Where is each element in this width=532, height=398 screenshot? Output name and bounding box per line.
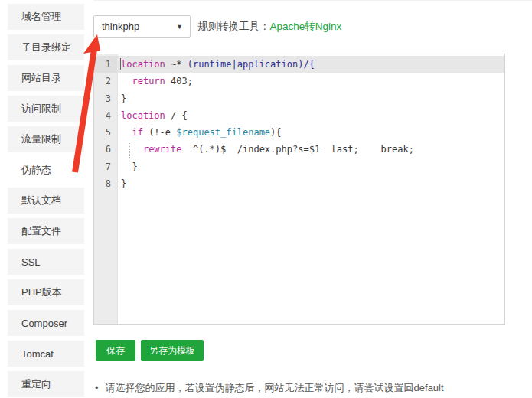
code-line[interactable]: 3} <box>94 90 504 107</box>
bullet-icon: • <box>95 381 99 394</box>
rule-convert-label: 规则转换工具： <box>197 20 270 34</box>
app-select-value: thinkphp <box>94 21 176 32</box>
sidebar-item-composer[interactable]: Composer <box>8 310 84 336</box>
sidebar-item-site-directory[interactable]: 网站目录 <box>8 65 84 91</box>
chevron-down-icon: ▼ <box>176 23 190 31</box>
sidebar-item-redirect[interactable]: 重定向 <box>8 371 84 397</box>
line-number: 6 <box>94 141 117 158</box>
line-code: return 403; <box>117 73 504 90</box>
content-top-divider <box>93 0 532 1</box>
line-code: rewrite ^(.*)$ /index.php?s=$1 last; bre… <box>117 141 504 158</box>
sidebar-item-subdir-bind[interactable]: 子目录绑定 <box>8 34 84 60</box>
sidebar-item-url-rewrite[interactable]: 伪静态 <box>8 157 84 183</box>
rule-convert-tool: 规则转换工具： Apache转Nginx <box>197 15 341 38</box>
code-lines: 1location ~* (runtime|application)/{2 re… <box>94 56 504 192</box>
line-code: } <box>117 175 504 192</box>
app-select[interactable]: thinkphp ▼ <box>93 15 191 38</box>
help-note-text: 请选择您的应用，若设置伪静态后，网站无法正常访问，请尝试设置回default <box>106 381 444 394</box>
line-code: } <box>117 158 504 175</box>
line-number: 3 <box>94 90 117 107</box>
code-line[interactable]: 1location ~* (runtime|application)/{ <box>94 56 504 73</box>
line-number: 5 <box>94 124 117 141</box>
sidebar-item-traffic-limit[interactable]: 流量限制 <box>8 126 84 152</box>
line-code: } <box>117 90 504 107</box>
code-line[interactable]: 5 if (!-e $request_filename){ <box>94 124 504 141</box>
line-number: 4 <box>94 107 117 124</box>
line-number: 1 <box>94 56 117 73</box>
rewrite-rule-code-editor[interactable]: 1location ~* (runtime|application)/{2 re… <box>93 54 505 325</box>
line-code: if (!-e $request_filename){ <box>117 124 504 141</box>
sidebar-item-access-limit[interactable]: 访问限制 <box>8 96 84 122</box>
sidebar-item-php-version[interactable]: PHP版本 <box>8 279 84 305</box>
save-button[interactable]: 保存 <box>96 340 135 361</box>
text-cursor <box>120 58 121 70</box>
code-line[interactable]: 2 return 403; <box>94 73 504 90</box>
sidebar-item-default-doc[interactable]: 默认文档 <box>8 188 84 214</box>
sidebar-item-tomcat[interactable]: Tomcat <box>8 341 84 367</box>
settings-sidebar: 域名管理子目录绑定网站目录访问限制流量限制伪静态默认文档配置文件SSLPHP版本… <box>8 4 84 398</box>
code-line[interactable]: 7 } <box>94 158 504 175</box>
line-code: location / { <box>117 107 504 124</box>
line-code: location ~* (runtime|application)/{ <box>117 56 504 73</box>
line-number: 2 <box>94 73 117 90</box>
code-line[interactable]: 8} <box>94 175 504 192</box>
code-line[interactable]: 6 rewrite ^(.*)$ /index.php?s=$1 last; b… <box>94 141 504 158</box>
sidebar-item-ssl[interactable]: SSL <box>8 249 84 275</box>
sidebar-item-config-file[interactable]: 配置文件 <box>8 218 84 244</box>
line-number: 7 <box>94 158 117 175</box>
indent-guide <box>129 143 130 158</box>
help-note: • 请选择您的应用，若设置伪静态后，网站无法正常访问，请尝试设置回default <box>95 381 524 394</box>
sidebar-item-domain-manage[interactable]: 域名管理 <box>8 4 84 30</box>
apache-to-nginx-link[interactable]: Apache转Nginx <box>270 20 342 34</box>
line-number: 8 <box>94 175 117 192</box>
save-as-template-button[interactable]: 另存为模板 <box>141 340 204 361</box>
code-line[interactable]: 4location / { <box>94 107 504 124</box>
